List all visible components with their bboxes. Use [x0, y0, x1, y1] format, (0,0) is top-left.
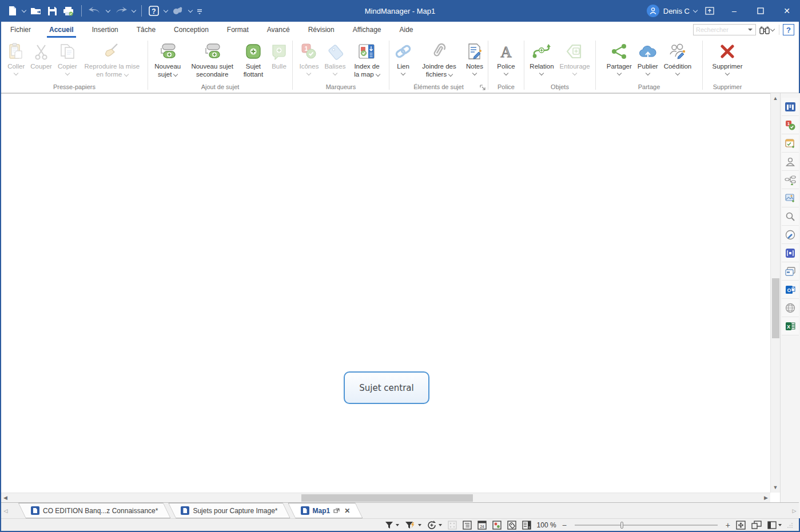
help-button[interactable]: ?	[783, 24, 794, 35]
tab-format[interactable]: Format	[218, 22, 258, 38]
print-button[interactable]	[61, 2, 77, 19]
new-document-button[interactable]	[6, 2, 19, 19]
schedule-view-button[interactable]: 24	[477, 521, 487, 530]
tab-conception[interactable]: Conception	[165, 22, 218, 38]
user-avatar[interactable]	[647, 5, 659, 17]
publier-button[interactable]: Publier	[635, 41, 660, 76]
tags-view-button[interactable]	[507, 521, 516, 530]
doc-tab-1[interactable]: CO EDITION Banq...z Connaissance*	[18, 503, 170, 518]
capture-button[interactable]	[782, 244, 799, 262]
web-button[interactable]	[782, 299, 799, 317]
customize-toolbar-button[interactable]	[194, 2, 205, 19]
balises-button[interactable]: Balises	[322, 41, 348, 76]
tab-avance[interactable]: Avancé	[258, 22, 299, 38]
tab-scroll-left-icon[interactable]: ◁	[1, 503, 10, 518]
panels-button[interactable]	[767, 521, 782, 529]
new-window-button[interactable]	[751, 521, 762, 529]
scroll-up-icon[interactable]: ▲	[771, 95, 780, 101]
nouveau-sujet-secondaire-button[interactable]: Nouveau sujet secondaire	[186, 41, 238, 80]
recenter-button[interactable]	[427, 521, 442, 530]
save-button[interactable]	[45, 2, 59, 19]
entourage-button[interactable]: Entourage	[558, 41, 592, 76]
chevron-down-icon[interactable]	[164, 7, 168, 12]
scroll-down-icon[interactable]: ▼	[771, 485, 780, 490]
power-filter-button[interactable]	[405, 521, 421, 529]
copier-button[interactable]: Copier	[55, 41, 79, 76]
bulle-button[interactable]: Bulle	[268, 41, 290, 71]
tab-fichier[interactable]: Fichier	[1, 22, 40, 38]
tab-affichage[interactable]: Affichage	[344, 22, 391, 38]
tab-aide[interactable]: Aide	[391, 22, 423, 38]
map-parts-button[interactable]	[782, 171, 799, 189]
dialog-launcher-icon[interactable]	[480, 85, 485, 90]
coedition-button[interactable]: Coédition	[662, 41, 694, 76]
zoom-out-button[interactable]: −	[562, 521, 567, 530]
doc-tab-map1[interactable]: Map1 ✕	[288, 503, 363, 518]
maximize-button[interactable]	[747, 0, 774, 22]
zoom-slider-handle[interactable]	[620, 522, 623, 529]
chevron-down-icon[interactable]	[770, 27, 775, 31]
index-de-la-map-button[interactable]: Index de la map	[349, 41, 384, 80]
windows-button[interactable]	[782, 262, 799, 281]
ribbon-display-options-button[interactable]	[698, 0, 721, 22]
central-topic[interactable]: Sujet central	[344, 371, 429, 404]
relation-button[interactable]: Relation	[527, 41, 556, 76]
tab-tache[interactable]: Tâche	[128, 22, 165, 38]
float-window-icon[interactable]	[333, 507, 340, 515]
chevron-down-icon[interactable]	[132, 7, 136, 12]
fit-map-button[interactable]	[736, 521, 746, 530]
search-input[interactable]	[694, 26, 748, 33]
vertical-scroll-thumb[interactable]	[772, 278, 779, 338]
tab-scroll-right-icon[interactable]: ▷	[790, 503, 799, 518]
resources-button[interactable]	[782, 153, 799, 171]
snap-button[interactable]	[170, 2, 186, 19]
open-button[interactable]	[28, 2, 44, 19]
close-tab-icon[interactable]: ✕	[344, 507, 350, 515]
joindre-des-fichiers-button[interactable]: Joindre des fichiers	[416, 41, 463, 80]
scroll-left-icon[interactable]: ◀	[3, 493, 7, 502]
nouveau-sujet-button[interactable]: Nouveau sujet	[150, 41, 185, 80]
search-dropdown-icon[interactable]	[748, 29, 753, 31]
map-view-button[interactable]	[782, 98, 799, 116]
scroll-right-icon[interactable]: ▶	[764, 493, 768, 502]
index-view-button[interactable]	[522, 521, 531, 530]
supprimer-button[interactable]: Supprimer	[710, 41, 745, 76]
outlook-button[interactable]: O	[782, 281, 799, 299]
reproduire-mise-en-forme-button[interactable]: Reproduire la mise en forme	[81, 41, 144, 80]
find-button[interactable]	[759, 26, 775, 34]
undo-button[interactable]	[86, 2, 104, 19]
task-info-button[interactable]	[782, 134, 799, 153]
search-button[interactable]	[782, 207, 799, 226]
notes-button[interactable]: Notes	[464, 41, 485, 76]
tab-insertion[interactable]: Insertion	[83, 22, 128, 38]
lien-button[interactable]: Lien	[392, 41, 415, 76]
redo-button[interactable]	[112, 2, 129, 19]
zoom-in-button[interactable]: +	[726, 521, 730, 530]
images-button[interactable]	[782, 189, 799, 207]
icons-view-button[interactable]	[492, 521, 502, 530]
couper-button[interactable]: Couper	[28, 41, 54, 71]
outline-view-button[interactable]	[463, 521, 472, 530]
chevron-down-icon[interactable]	[693, 7, 698, 12]
partager-button[interactable]: Partager	[604, 41, 634, 76]
coller-button[interactable]: Coller	[5, 41, 27, 76]
sketch-button[interactable]	[782, 226, 799, 244]
fit-selection-button[interactable]	[448, 521, 457, 530]
tab-revision[interactable]: Révision	[299, 22, 344, 38]
sujet-flottant-button[interactable]: Sujet flottant	[240, 41, 267, 80]
close-button[interactable]: ✕	[774, 0, 800, 22]
excel-button[interactable]: X	[782, 317, 799, 335]
doc-tab-2[interactable]: Sujets pour Capture Image*	[168, 503, 290, 518]
horizontal-scroll-thumb[interactable]	[301, 494, 473, 502]
map-canvas[interactable]: Sujet central	[1, 93, 770, 493]
chevron-down-icon[interactable]	[188, 7, 193, 12]
horizontal-scrollbar[interactable]: ◀ ▶	[1, 493, 770, 502]
minimize-button[interactable]: –	[721, 0, 747, 22]
police-button[interactable]: A Police	[495, 41, 517, 76]
vertical-scrollbar[interactable]: ▲ ▼	[770, 93, 780, 493]
chevron-down-icon[interactable]	[22, 7, 26, 12]
help-button[interactable]: ?	[146, 2, 161, 19]
user-name[interactable]: Denis C	[663, 7, 690, 15]
chevron-down-icon[interactable]	[106, 7, 110, 12]
icones-button[interactable]: 1 Icônes	[297, 41, 321, 76]
